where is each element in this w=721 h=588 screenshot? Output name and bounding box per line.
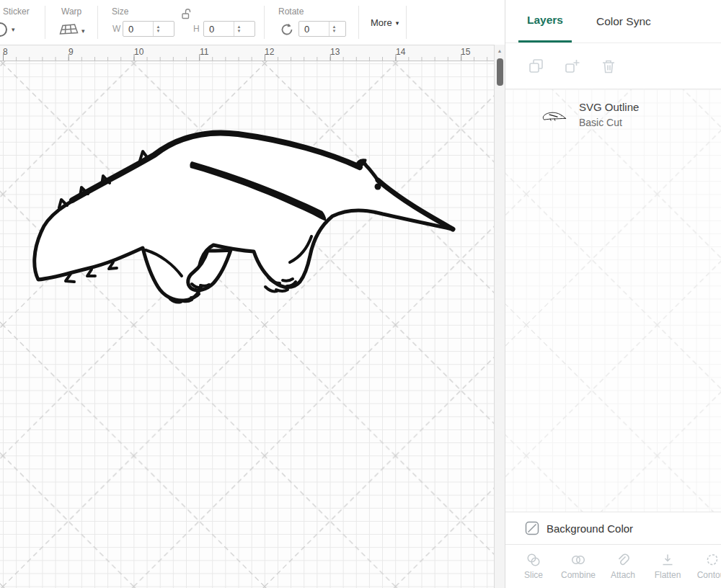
panel-tabs: Layers Color Sync [505, 0, 721, 43]
background-color-label: Background Color [547, 522, 633, 535]
contour-icon [705, 553, 720, 567]
height-label: H [193, 24, 200, 34]
flatten-button[interactable]: Flatten [645, 545, 690, 588]
slice-button[interactable]: Slice [511, 545, 556, 588]
stepper-down-icon[interactable]: ▼ [237, 29, 242, 33]
divider [45, 6, 45, 39]
layers-list: SVG Outline Basic Cut [505, 89, 721, 512]
background-color-swatch-icon [525, 521, 539, 535]
right-panel: Layers Color Sync [505, 0, 721, 588]
warp-icon[interactable] [59, 23, 79, 36]
top-toolbar: Sticker ▾ Warp ▾ Size W ▲ ▼ H ▲ ▼ Rotate [0, 0, 505, 45]
attach-label: Attach [611, 570, 635, 580]
rotate-section-label: Rotate [278, 6, 304, 17]
rotate-stepper[interactable]: ▲ ▼ [329, 22, 339, 36]
rotate-icon[interactable] [280, 22, 294, 37]
size-section-label: Size [112, 6, 128, 17]
anteater-far-claws [192, 284, 209, 288]
delete-icon[interactable] [601, 58, 616, 74]
attach-button[interactable]: Attach [601, 545, 645, 588]
divider [97, 6, 98, 39]
layer-text: SVG Outline Basic Cut [579, 101, 639, 128]
ruler-ticks [0, 53, 494, 61]
layers-panel-toolbar [505, 43, 721, 89]
width-label: W [112, 24, 120, 34]
lock-open-icon[interactable] [182, 8, 191, 19]
scroll-up-arrow-icon[interactable]: ▲ [495, 48, 505, 53]
bottom-actions-bar: Slice Combine Attach Fl [505, 545, 721, 588]
contour-label: Contour [697, 570, 721, 580]
anteater-body [35, 133, 453, 300]
height-stepper[interactable]: ▲ ▼ [234, 22, 244, 36]
divider [406, 6, 407, 39]
duplicate-icon[interactable] [565, 58, 580, 74]
width-field: ▲ ▼ [123, 21, 174, 37]
vertical-scrollbar[interactable]: ▲ [494, 45, 505, 588]
layer-title: SVG Outline [579, 101, 639, 113]
height-field: ▲ ▼ [203, 21, 255, 37]
more-button[interactable]: More ▾ [371, 17, 399, 28]
combine-button[interactable]: Combine [556, 545, 601, 588]
layer-thumbnail [541, 111, 567, 122]
sticker-caret-icon[interactable]: ▾ [12, 26, 15, 33]
divider [358, 6, 359, 39]
warp-section-label: Warp [61, 6, 81, 17]
more-label: More [371, 17, 392, 28]
scrollbar-thumb[interactable] [497, 58, 503, 86]
stepper-down-icon[interactable]: ▼ [332, 29, 337, 33]
stepper-down-icon[interactable]: ▼ [156, 29, 161, 33]
divider [264, 6, 265, 39]
flatten-label: Flatten [655, 570, 681, 580]
warp-caret-icon[interactable]: ▾ [81, 27, 85, 35]
slice-icon [526, 553, 541, 567]
background-color-row[interactable]: Background Color [505, 512, 721, 545]
attach-icon [616, 553, 630, 567]
sticker-section-label: Sticker [3, 6, 30, 17]
anteater-drawing[interactable] [0, 61, 505, 588]
tab-layers-label: Layers [527, 14, 563, 27]
layer-row[interactable]: SVG Outline Basic Cut [505, 89, 721, 135]
combine-label: Combine [561, 570, 596, 580]
tab-color-sync-label: Color Sync [596, 15, 651, 28]
rotate-field: ▲ ▼ [298, 21, 346, 37]
tab-color-sync[interactable]: Color Sync [588, 0, 660, 43]
height-input[interactable] [204, 22, 234, 36]
width-stepper[interactable]: ▲ ▼ [153, 22, 163, 36]
more-caret-icon: ▾ [396, 19, 399, 27]
sticker-icon[interactable] [0, 22, 7, 37]
slice-label: Slice [524, 570, 543, 580]
rotate-input[interactable] [299, 22, 329, 36]
horizontal-ruler: 8 9 10 11 12 13 14 15 [0, 45, 494, 61]
tab-layers[interactable]: Layers [518, 0, 572, 43]
contour-button[interactable]: Contour [690, 545, 721, 588]
width-input[interactable] [123, 22, 153, 36]
group-icon[interactable] [528, 58, 544, 74]
layer-subtitle: Basic Cut [579, 117, 639, 128]
anteater-eye [375, 184, 381, 190]
flatten-icon [660, 553, 675, 567]
combine-icon [570, 553, 586, 567]
